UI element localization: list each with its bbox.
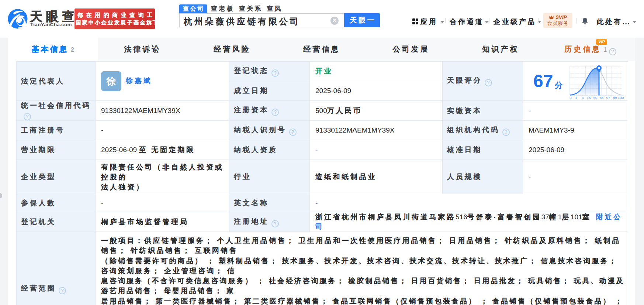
svg-text:0: 0 (569, 96, 571, 99)
svg-text:85: 85 (599, 96, 603, 99)
svg-text:1: 1 (575, 96, 577, 99)
svg-text:15: 15 (586, 96, 591, 99)
svg-text:100: 100 (618, 96, 624, 99)
svg-text:99: 99 (613, 96, 617, 99)
svg-text:50: 50 (593, 96, 597, 99)
svg-text:97: 97 (606, 96, 610, 99)
svg-text:3: 3 (582, 96, 584, 99)
